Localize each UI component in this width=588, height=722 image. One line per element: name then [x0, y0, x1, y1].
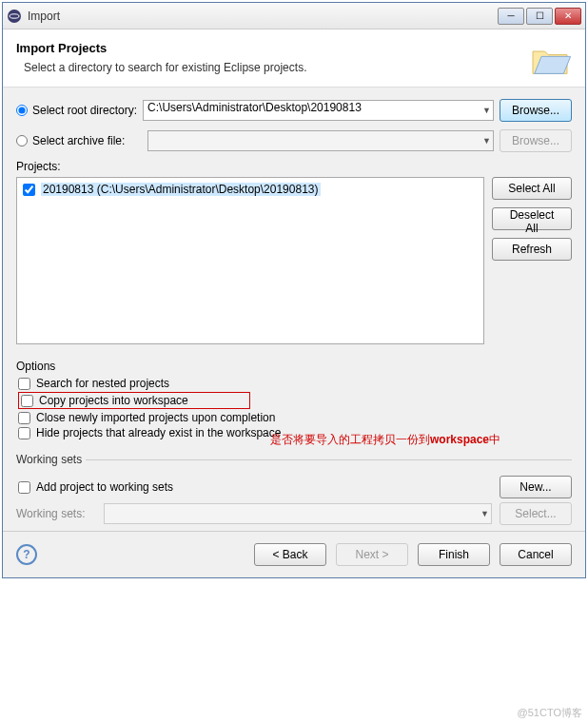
watermark: @51CTO博客: [518, 706, 582, 720]
select-all-button[interactable]: Select All: [492, 177, 572, 200]
working-sets-combo: ▼: [104, 503, 492, 524]
nested-projects-checkbox[interactable]: Search for nested projects: [18, 377, 572, 390]
select-working-set-button: Select...: [500, 502, 572, 525]
minimize-button[interactable]: ─: [498, 8, 524, 25]
page-subtitle: Select a directory to search for existin…: [24, 61, 528, 74]
deselect-all-button[interactable]: Deselect All: [492, 207, 572, 230]
list-item[interactable]: 20190813 (C:\Users\Administrator\Desktop…: [21, 182, 480, 197]
add-to-working-sets-checkbox[interactable]: Add project to working sets: [18, 480, 173, 494]
projects-list[interactable]: 20190813 (C:\Users\Administrator\Desktop…: [16, 177, 484, 344]
archive-file-radio[interactable]: Select archive file:: [16, 134, 125, 147]
folder-open-icon: [528, 43, 572, 77]
copy-projects-checkbox[interactable]: Copy projects into workspace: [18, 392, 250, 409]
close-button[interactable]: ✕: [555, 8, 581, 25]
finish-button[interactable]: Finish: [418, 543, 490, 566]
projects-label: Projects:: [16, 160, 572, 173]
chevron-down-icon: ▼: [480, 509, 489, 518]
back-button[interactable]: < Back: [254, 543, 326, 566]
archive-radio-input[interactable]: [16, 135, 28, 146]
project-checkbox[interactable]: [23, 184, 35, 196]
working-sets-label: Working sets:: [16, 507, 96, 520]
import-dialog: Import ─ ☐ ✕ Import Projects Select a di…: [2, 2, 586, 578]
dialog-header: Import Projects Select a directory to se…: [3, 29, 585, 88]
chevron-down-icon: ▼: [482, 136, 491, 146]
browse-archive-button: Browse...: [500, 129, 572, 152]
maximize-button[interactable]: ☐: [526, 8, 553, 25]
refresh-button[interactable]: Refresh: [492, 238, 572, 261]
page-title: Import Projects: [16, 41, 528, 55]
dialog-footer: ? < Back Next > Finish Cancel: [3, 531, 585, 577]
next-button: Next >: [336, 543, 408, 566]
new-working-set-button[interactable]: New...: [500, 476, 572, 498]
root-directory-radio[interactable]: Select root directory:: [16, 104, 137, 117]
root-directory-field[interactable]: C:\Users\Administrator\Desktop\20190813 …: [143, 100, 494, 121]
titlebar[interactable]: Import ─ ☐ ✕: [3, 3, 585, 29]
cancel-button[interactable]: Cancel: [500, 543, 572, 566]
window-title: Import: [28, 10, 498, 23]
eclipse-icon: [7, 9, 22, 24]
root-radio-input[interactable]: [16, 105, 28, 116]
close-imported-checkbox[interactable]: Close newly imported projects upon compl…: [18, 411, 572, 424]
help-icon[interactable]: ?: [16, 544, 37, 565]
browse-root-button[interactable]: Browse...: [500, 99, 572, 122]
working-sets-group: Working sets Add project to working sets…: [16, 453, 572, 525]
archive-file-field: ▼: [147, 130, 494, 151]
options-label: Options: [16, 360, 572, 373]
annotation-text: 是否将要导入的工程拷贝一份到workspace中: [270, 432, 500, 448]
chevron-down-icon[interactable]: ▼: [482, 106, 491, 115]
